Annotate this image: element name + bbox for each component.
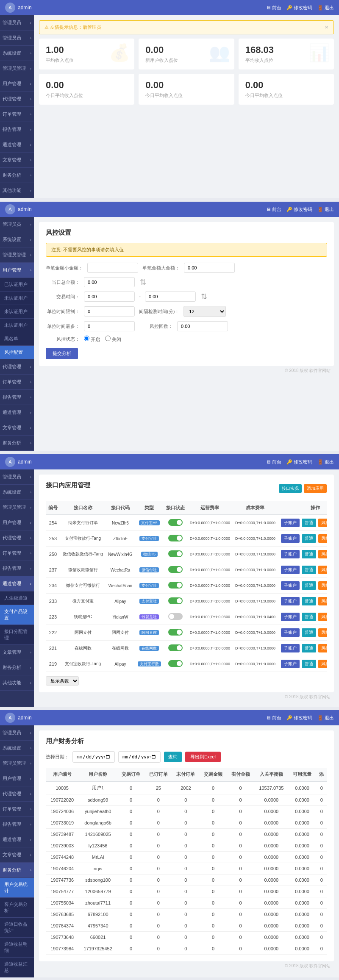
sidebar-item-report[interactable]: 报告管理› [0,122,34,137]
nav-logout-2[interactable]: 🚪 退出 [317,206,334,213]
btn-normal[interactable]: 普通 [302,581,316,590]
sidebar-4-user[interactable]: 用户管理› [0,771,34,786]
sidebar-3-channel[interactable]: 通道管理› [0,576,34,591]
search-button[interactable]: 查询 [164,752,182,762]
btn-risk-ctrl[interactable]: 风控 [318,660,327,668]
sidebar-4-order[interactable]: 订单管理› [0,802,34,817]
sidebar-4-admin[interactable]: 管理员员› [0,725,34,741]
sidebar-3-sub-pay-settings[interactable]: 支付产品设置 [0,605,34,625]
btn-normal[interactable]: 普通 [302,613,316,621]
btn-sub-account[interactable]: 子账户 [281,628,300,637]
sidebar-4-channel[interactable]: 通道管理› [0,832,34,847]
min-amount-input[interactable] [87,263,138,273]
sidebar-2-agent[interactable]: 代理管理› [0,359,34,375]
sidebar-4-article[interactable]: 文章管理› [0,847,34,863]
sidebar-4-report[interactable]: 报告管理› [0,817,34,832]
btn-sub-account[interactable]: 子账户 [281,581,300,590]
alert-close-button[interactable]: ✕ [325,25,328,30]
status-toggle[interactable] [168,535,183,541]
nav-change-password-2[interactable]: 🔑 修改密码 [286,206,312,213]
nav-frontend[interactable]: 🖥 前台 [266,5,281,11]
sidebar-item-user[interactable]: 用户管理› [0,76,34,92]
status-toggle[interactable] [168,644,183,651]
status-on-radio[interactable]: 开启 [84,336,100,343]
btn-realtime[interactable]: 接口实况 [279,484,302,493]
btn-risk-ctrl[interactable]: 风控 [318,581,327,590]
single-time-input[interactable] [84,306,135,316]
sidebar-4-finance[interactable]: 财务分析› [0,863,34,878]
daily-limit-input[interactable] [84,277,135,287]
btn-normal[interactable]: 普通 [302,597,316,605]
sidebar-3-manager[interactable]: 管理员管理› [0,500,34,515]
btn-sub-account[interactable]: 子账户 [281,613,300,621]
status-toggle[interactable] [168,566,183,573]
cell-status[interactable] [164,531,187,547]
trade-time-start[interactable] [84,292,135,302]
btn-normal[interactable]: 普通 [302,550,316,558]
cell-status[interactable] [164,609,187,625]
btn-sub-account[interactable]: 子账户 [281,566,300,574]
btn-normal[interactable]: 普通 [302,519,316,527]
export-button[interactable]: 导出到Excel [185,752,221,762]
cell-status[interactable] [164,625,187,641]
status-off-radio[interactable]: 关闭 [105,336,121,343]
sidebar-2-sub-verified[interactable]: 已认证用户 [0,278,34,292]
sidebar-item-system[interactable]: 系统设置› [0,46,34,61]
sidebar-4-sub-detail[interactable]: 通道收益明细 [0,938,34,958]
cell-status[interactable] [164,641,187,656]
btn-risk-ctrl[interactable]: 风控 [318,534,327,543]
btn-sub-account[interactable]: 子账户 [281,550,300,558]
cell-status[interactable] [164,515,187,531]
sidebar-2-report[interactable]: 报告管理› [0,390,34,405]
sidebar-3-user[interactable]: 用户管理› [0,515,34,530]
sidebar-item-order[interactable]: 订单管理› [0,107,34,122]
sidebar-3-sub-user-manage[interactable]: 人生级通道 [0,591,34,605]
btn-sub-account[interactable]: 子账户 [281,519,300,527]
sidebar-4-manager[interactable]: 管理员管理› [0,756,34,771]
radio-off[interactable] [105,336,111,341]
sidebar-2-sub-unverified2[interactable]: 未认证用户 [0,305,34,319]
nav-frontend-4[interactable]: 🖥 前台 [266,715,281,721]
nav-change-password-3[interactable]: 🔑 修改密码 [286,459,312,465]
sidebar-3-finance[interactable]: 财务分析› [0,660,34,675]
btn-risk-ctrl[interactable]: 风控 [318,550,327,558]
sidebar-item-finance[interactable]: 财务分析› [0,168,34,183]
sidebar-2-user[interactable]: 用户管理› [0,263,34,278]
sidebar-2-order[interactable]: 订单管理› [0,375,34,390]
sidebar-3-article[interactable]: 文章管理› [0,645,34,660]
cell-status[interactable] [164,547,187,562]
trade-time-end[interactable] [145,292,196,302]
risk-count-input[interactable] [177,321,228,331]
btn-normal[interactable]: 普通 [302,660,316,668]
sidebar-4-sub-revenue[interactable]: 通道日收益统计 [0,918,34,938]
btn-add-app[interactable]: 添加应用 [304,484,327,493]
sidebar-3-order[interactable]: 订单管理› [0,546,34,561]
max-count-input[interactable] [84,321,135,331]
sidebar-3-system[interactable]: 系统设置› [0,485,34,500]
date-end-input[interactable] [118,751,161,763]
risk-submit-button[interactable]: 提交分析 [46,348,78,359]
sidebar-item-agent[interactable]: 代理管理› [0,92,34,107]
nav-frontend-2[interactable]: 🖥 前台 [266,206,281,213]
status-toggle[interactable] [168,613,183,620]
btn-risk-ctrl[interactable]: 风控 [318,628,327,637]
sidebar-3-report[interactable]: 报告管理› [0,561,34,576]
sidebar-2-admin[interactable]: 管理员员› [0,217,34,232]
sidebar-item-admin2[interactable]: 管理员员› [0,31,34,46]
date-start-input[interactable] [72,751,115,763]
sidebar-2-manager[interactable]: 管理员管理› [0,247,34,263]
sidebar-2-finance[interactable]: 财务分析› [0,436,34,451]
btn-risk-ctrl[interactable]: 风控 [318,613,327,621]
sidebar-item-channel[interactable]: 通道管理› [0,137,34,153]
cell-status[interactable] [164,562,187,578]
status-toggle[interactable] [168,660,183,667]
cell-status[interactable] [164,656,187,672]
nav-logout-4[interactable]: 🚪 退出 [317,715,334,721]
sidebar-item-other[interactable]: 其他功能› [0,183,34,198]
nav-change-password-4[interactable]: 🔑 修改密码 [286,715,312,721]
btn-risk-ctrl[interactable]: 风控 [318,597,327,605]
btn-sub-account[interactable]: 子账户 [281,534,300,543]
sidebar-2-sub-unverified3[interactable]: 未认证用户 [0,319,34,332]
btn-normal[interactable]: 普通 [302,566,316,574]
btn-normal[interactable]: 普通 [302,534,316,543]
